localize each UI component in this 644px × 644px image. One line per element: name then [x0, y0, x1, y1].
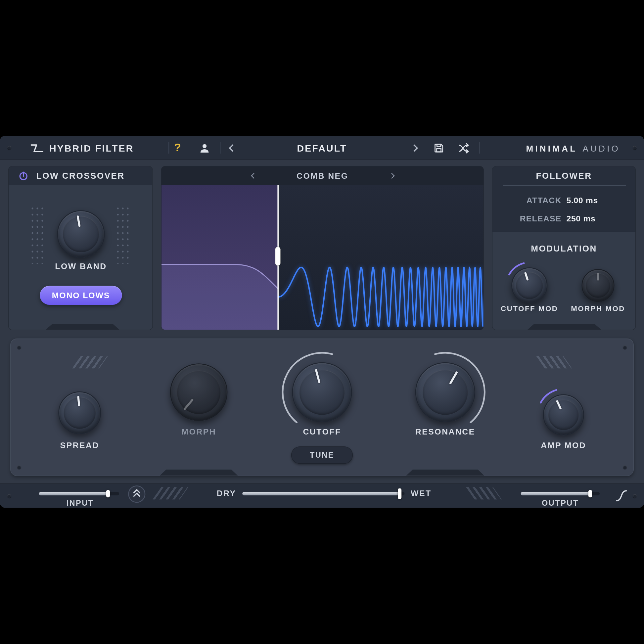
screw	[623, 345, 627, 349]
cutoff-mod-knob[interactable]	[511, 267, 547, 303]
knob-pointer	[183, 398, 194, 410]
knob-pointer	[77, 396, 80, 406]
knob-pointer	[315, 369, 320, 384]
release-label: RELEASE	[516, 214, 562, 224]
amp-mod-knob[interactable]	[543, 394, 584, 435]
follower-title: FOLLOWER	[492, 166, 635, 185]
plugin-title: HYBRID FILTER	[49, 143, 134, 154]
power-icon[interactable]	[19, 171, 28, 181]
letterbox: HYBRID FILTER ? DEFAULT MINIMAL AUDIO	[0, 0, 644, 644]
screw	[633, 494, 637, 498]
filter-display-graph[interactable]	[161, 185, 484, 330]
preset-name[interactable]: DEFAULT	[260, 143, 384, 154]
knob-pointer	[556, 400, 562, 410]
dry-wet-handle[interactable]	[398, 488, 401, 499]
plugin-logo-icon	[29, 143, 44, 154]
user-icon[interactable]	[199, 143, 210, 154]
decor-stripes	[536, 356, 572, 368]
panel-notch	[160, 470, 238, 476]
screw	[623, 465, 627, 469]
attack-value[interactable]: 5.00 ms	[566, 196, 612, 206]
help-button[interactable]: ?	[174, 141, 181, 154]
input-slider[interactable]	[39, 492, 119, 495]
screw	[7, 494, 11, 498]
amp-mod-label: AMP MOD	[523, 441, 605, 450]
cutoff-knob[interactable]	[292, 362, 352, 422]
follower-top: FOLLOWER ATTACK 5.00 ms RELEASE 250 ms	[492, 166, 635, 232]
low-band-label: LOW BAND	[40, 262, 122, 271]
divider	[479, 142, 480, 154]
low-band-curve-fill	[161, 264, 278, 330]
main-controls-panel: SPREAD MORPH CUTOFF TUNE RESONANCE	[10, 339, 634, 476]
decor-stripes	[153, 487, 188, 499]
preset-next-icon[interactable]	[410, 144, 418, 152]
texture-dots	[115, 206, 131, 264]
morph-mod-knob[interactable]	[581, 269, 614, 302]
low-crossover-header: LOW CROSSOVER	[9, 166, 152, 185]
header-bar: HYBRID FILTER ? DEFAULT MINIMAL AUDIO	[0, 136, 644, 160]
panel-notch	[406, 470, 484, 476]
screw	[17, 465, 21, 469]
knob-pointer	[524, 272, 529, 281]
soft-clip-curve-icon[interactable]	[614, 488, 629, 503]
save-icon[interactable]	[433, 143, 444, 154]
texture-dots	[30, 206, 46, 264]
wet-label: WET	[411, 489, 441, 498]
divider	[168, 142, 169, 154]
low-crossover-title: LOW CROSSOVER	[9, 166, 152, 185]
resonance-knob[interactable]	[415, 362, 475, 422]
knob-pointer	[597, 273, 599, 281]
attack-row[interactable]: ATTACK 5.00 ms	[492, 196, 635, 206]
panel-notch	[528, 324, 601, 330]
panel-notch	[46, 324, 119, 330]
modulation-title: MODULATION	[492, 243, 635, 254]
tune-button[interactable]: TUNE	[291, 446, 353, 464]
output-slider[interactable]	[521, 492, 600, 495]
output-label: OUTPUT	[529, 499, 591, 508]
release-value[interactable]: 250 ms	[566, 214, 612, 224]
divider	[503, 185, 626, 185]
low-crossover-panel: LOW CROSSOVER LOW BAND MONO LOWS	[8, 166, 153, 330]
spread-label: SPREAD	[39, 441, 121, 450]
morph-mod-label: MORPH MOD	[565, 304, 631, 313]
screw	[633, 146, 637, 150]
output-slider-handle[interactable]	[588, 490, 592, 497]
filter-type-title[interactable]: COMB NEG	[161, 166, 483, 185]
double-chevron-up-icon	[129, 486, 145, 502]
brand-secondary: AUDIO	[582, 144, 620, 154]
display-header: COMB NEG	[161, 166, 483, 185]
filter-display-panel[interactable]: COMB NEG	[161, 166, 484, 330]
input-label: INPUT	[49, 499, 111, 508]
follower-panel: FOLLOWER ATTACK 5.00 ms RELEASE 250 ms M…	[492, 166, 636, 330]
footer-bar: INPUT DRY WET OUTPUT	[0, 483, 644, 508]
collapse-button[interactable]	[128, 485, 145, 503]
knob-pointer	[77, 215, 81, 227]
morph-label: MORPH	[158, 427, 240, 437]
randomize-icon[interactable]	[458, 143, 470, 154]
input-slider-handle[interactable]	[106, 490, 110, 497]
plugin-window: HYBRID FILTER ? DEFAULT MINIMAL AUDIO	[0, 136, 644, 508]
crossover-divider-handle[interactable]	[275, 247, 281, 266]
knob-pointer	[449, 371, 458, 385]
cutoff-label: CUTOFF	[281, 427, 363, 437]
attack-label: ATTACK	[516, 196, 562, 206]
divider	[220, 142, 220, 154]
decor-stripes	[466, 487, 502, 499]
spread-knob[interactable]	[58, 391, 101, 434]
release-row[interactable]: RELEASE 250 ms	[492, 214, 635, 224]
mono-lows-button[interactable]: MONO LOWS	[40, 286, 122, 305]
morph-knob[interactable]	[170, 363, 228, 421]
brand-primary: MINIMAL	[526, 144, 577, 154]
decor-stripes	[72, 356, 108, 368]
screw	[7, 146, 11, 150]
cutoff-mod-label: CUTOFF MOD	[496, 304, 562, 313]
low-band-knob[interactable]	[57, 210, 105, 258]
brand-logo: MINIMAL AUDIO	[526, 144, 620, 154]
resonance-label: RESONANCE	[404, 427, 486, 437]
screw	[17, 345, 21, 349]
dry-wet-slider[interactable]	[242, 492, 404, 495]
dry-label: DRY	[206, 489, 236, 498]
preset-prev-icon[interactable]	[229, 144, 237, 152]
